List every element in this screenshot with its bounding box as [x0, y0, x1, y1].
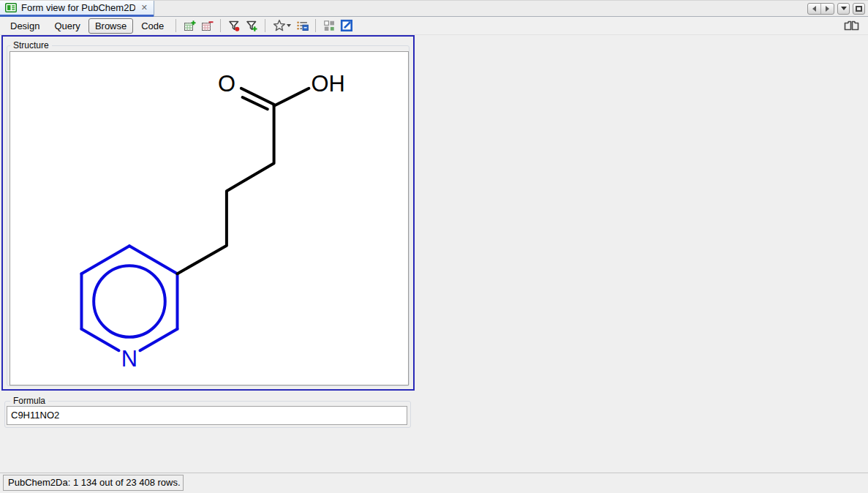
filter-icon[interactable]	[226, 18, 242, 34]
add-record-table-icon[interactable]	[181, 18, 197, 34]
favorites-dropdown-caret-icon	[287, 24, 291, 27]
edit-structure-icon[interactable]	[339, 18, 355, 34]
pyridine-ring	[81, 246, 177, 350]
window-controls	[807, 2, 865, 15]
formula-group-label: Formula	[10, 396, 48, 406]
form-properties-icon[interactable]	[294, 18, 310, 34]
application-window: Form view for PubChem2Da ✕ Design Query …	[0, 0, 868, 493]
mode-query-button[interactable]: Query	[48, 18, 86, 34]
mode-browse-button[interactable]: Browse	[88, 18, 133, 34]
maximize-icon[interactable]	[853, 3, 865, 15]
favorites-star-icon[interactable]	[271, 18, 293, 34]
butanoic-acid-chain	[177, 89, 309, 274]
toolbar-separator	[176, 19, 176, 32]
tab-close-icon[interactable]: ✕	[140, 3, 149, 12]
prev-tab-icon[interactable]	[808, 4, 820, 14]
tab-label: Form view for PubChem2Da	[21, 2, 135, 13]
delete-record-table-icon[interactable]	[199, 18, 215, 34]
next-tab-icon[interactable]	[820, 4, 834, 14]
atom-label-hydroxyl: OH	[311, 71, 344, 97]
molecule-drawing: O OH N	[10, 52, 408, 385]
status-row-count: PubChem2Da: 1 134 out of 23 408 rows.	[3, 475, 184, 491]
toolbar-separator	[220, 19, 221, 32]
formula-field[interactable]: C9H11NO2	[7, 406, 407, 425]
atom-label-ring-n: N	[121, 346, 137, 372]
tab-strip: Form view for PubChem2Da ✕	[0, 1, 868, 17]
toolbar-separator	[265, 19, 265, 32]
add-filter-icon[interactable]	[244, 18, 260, 34]
form-view-icon	[5, 2, 17, 13]
mode-design-button[interactable]: Design	[4, 18, 46, 34]
status-bar: PubChem2Da: 1 134 out of 23 408 rows.	[0, 473, 868, 493]
toolbar-separator	[315, 19, 316, 32]
tab-form-view[interactable]: Form view for PubChem2Da ✕	[0, 1, 154, 17]
book-icon[interactable]	[841, 18, 861, 34]
structure-group-label: Structure	[10, 40, 52, 50]
atom-label-carbonyl-o: O	[218, 71, 235, 97]
toolbar: Design Query Browse Code	[0, 17, 868, 35]
tab-list-dropdown-icon[interactable]	[837, 3, 850, 15]
layout-grid-icon[interactable]	[321, 18, 337, 34]
structure-canvas[interactable]: O OH N	[10, 51, 409, 385]
mode-code-button[interactable]: Code	[135, 18, 170, 34]
tab-scroll-buttons	[807, 3, 834, 15]
